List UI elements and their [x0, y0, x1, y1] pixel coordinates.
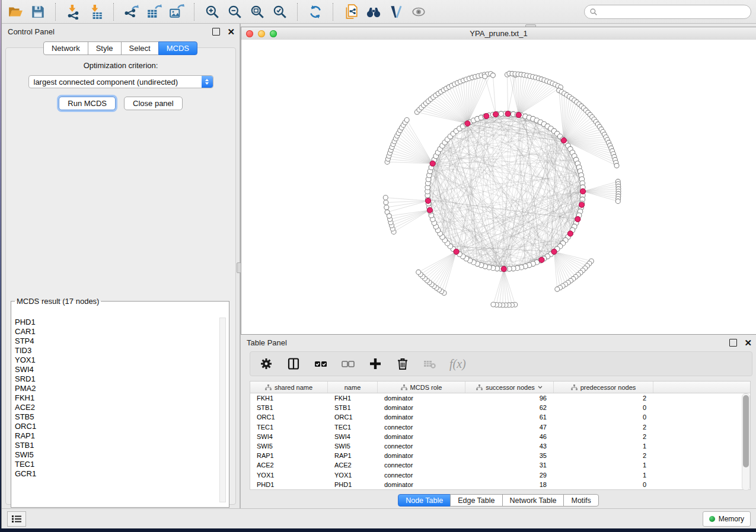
table-cell[interactable]: 62: [540, 404, 554, 411]
table-cell[interactable]: 1: [643, 472, 653, 479]
table-cell[interactable]: SWI5: [250, 443, 328, 450]
import-table-icon[interactable]: [87, 3, 105, 21]
table-row[interactable]: ACE2ACE2connector311: [250, 460, 750, 470]
node[interactable]: [615, 199, 620, 204]
zoom-out-icon[interactable]: [226, 3, 244, 21]
open-file-icon[interactable]: [7, 3, 24, 21]
mcds-node[interactable]: [501, 266, 506, 271]
table-cell[interactable]: dominator: [378, 433, 465, 440]
apply-layout-icon[interactable]: [307, 3, 324, 21]
table-row[interactable]: TEC1TEC1connector472: [250, 422, 750, 432]
show-column-icon[interactable]: [286, 356, 301, 371]
close-panel-icon[interactable]: ✕: [744, 339, 752, 346]
table-cell[interactable]: 1: [643, 462, 653, 469]
table-cell[interactable]: connector: [378, 443, 465, 450]
node[interactable]: [404, 118, 409, 123]
table-cell[interactable]: YOX1: [328, 472, 378, 479]
table-cell[interactable]: STB1: [328, 404, 378, 411]
mcds-result-item[interactable]: SWI5: [15, 450, 219, 460]
float-panel-icon[interactable]: [212, 28, 220, 36]
search-input[interactable]: [601, 7, 746, 17]
select-all-icon[interactable]: [313, 356, 328, 371]
node[interactable]: [483, 74, 487, 79]
node[interactable]: [614, 164, 619, 168]
tab-network[interactable]: Network: [43, 41, 88, 55]
mcds-node[interactable]: [425, 198, 430, 203]
zoom-in-icon[interactable]: [203, 3, 221, 21]
mcds-result-item[interactable]: SRD1: [15, 374, 219, 384]
mcds-result-item[interactable]: PHD1: [15, 318, 219, 327]
tab-style[interactable]: Style: [88, 41, 122, 55]
mcds-result-item[interactable]: PMA2: [15, 384, 219, 393]
close-panel-icon[interactable]: ✕: [227, 28, 235, 35]
run-mcds-button[interactable]: Run MCDS: [59, 97, 116, 110]
table-cell[interactable]: ACE2: [328, 462, 378, 469]
tab-select[interactable]: Select: [121, 41, 159, 55]
mcds-result-item[interactable]: TID3: [15, 346, 219, 355]
table-cell[interactable]: 31: [540, 462, 554, 469]
table-cell[interactable]: connector: [378, 472, 465, 479]
mcds-result-item[interactable]: TEC1: [15, 460, 219, 469]
mcds-result-item[interactable]: YOX1: [15, 355, 219, 365]
mcds-node[interactable]: [430, 161, 435, 166]
table-cell[interactable]: SWI4: [328, 433, 378, 440]
mcds-node[interactable]: [427, 207, 432, 213]
table-cell[interactable]: 61: [540, 414, 554, 421]
mcds-node[interactable]: [575, 216, 580, 222]
table-cell[interactable]: 1: [643, 443, 653, 450]
table-cell[interactable]: dominator: [378, 452, 465, 459]
table-cell[interactable]: 29: [540, 472, 554, 479]
new-network-from-selection-icon[interactable]: [342, 3, 360, 21]
table-cell[interactable]: RAP1: [328, 452, 378, 459]
table-cell[interactable]: 96: [540, 395, 554, 402]
mcds-node[interactable]: [567, 231, 573, 236]
table-cell[interactable]: 47: [540, 424, 554, 431]
mcds-result-item[interactable]: ORC1: [15, 422, 219, 431]
table-row[interactable]: ORC1ORC1dominator610: [250, 412, 750, 422]
table-cell[interactable]: dominator: [378, 404, 465, 411]
table-cell[interactable]: 0: [643, 414, 653, 421]
table-row[interactable]: SWI4SWI4dominator462: [250, 432, 750, 441]
mcds-node[interactable]: [580, 188, 585, 194]
zoom-fit-icon[interactable]: [248, 3, 266, 21]
node[interactable]: [491, 302, 496, 307]
table-cell[interactable]: connector: [378, 424, 465, 431]
column-header-predecessor-nodes[interactable]: predecessor nodes: [554, 382, 653, 393]
mcds-node[interactable]: [484, 113, 489, 118]
table-cell[interactable]: 35: [540, 452, 554, 459]
node[interactable]: [387, 214, 391, 219]
export-table-icon[interactable]: [145, 3, 163, 21]
table-cell[interactable]: 0: [643, 481, 653, 488]
table-cell[interactable]: STB1: [250, 404, 328, 411]
mcds-node[interactable]: [551, 249, 557, 254]
table-row[interactable]: FKH1FKH1dominator962: [250, 393, 750, 403]
mcds-node[interactable]: [454, 249, 459, 254]
table-cell[interactable]: PHD1: [250, 481, 328, 488]
mcds-node[interactable]: [579, 202, 584, 207]
export-network-icon[interactable]: [123, 3, 141, 21]
table-cell[interactable]: 2: [643, 433, 653, 440]
float-panel-icon[interactable]: [729, 339, 737, 347]
tab-network-table[interactable]: Network Table: [502, 494, 564, 507]
mcds-result-item[interactable]: STB5: [15, 412, 219, 422]
node[interactable]: [499, 111, 504, 117]
table-cell[interactable]: connector: [378, 462, 465, 469]
save-session-icon[interactable]: [29, 3, 47, 21]
mcds-node[interactable]: [539, 257, 544, 262]
tab-node-table[interactable]: Node Table: [398, 494, 451, 507]
mcds-result-item[interactable]: CAR1: [15, 327, 219, 336]
table-row[interactable]: SWI5SWI5connector431: [250, 441, 750, 451]
mcds-result-item[interactable]: RAP1: [15, 431, 219, 441]
mcds-result-item[interactable]: STP4: [15, 336, 219, 346]
table-cell[interactable]: SWI4: [250, 433, 328, 440]
zoom-selected-icon[interactable]: [271, 3, 289, 21]
table-cell[interactable]: dominator: [378, 395, 465, 402]
table-cell[interactable]: YOX1: [250, 472, 328, 479]
column-header-successor-nodes[interactable]: successor nodes: [465, 382, 554, 393]
mcds-list-scrollbar[interactable]: [219, 318, 226, 502]
vizmapper-icon[interactable]: [387, 3, 405, 21]
mcds-result-item[interactable]: SWI4: [15, 365, 219, 374]
table-scrollbar-thumb[interactable]: [743, 395, 749, 467]
column-header-mcds-role[interactable]: MCDS role: [378, 382, 465, 393]
table-cell[interactable]: dominator: [378, 414, 465, 421]
